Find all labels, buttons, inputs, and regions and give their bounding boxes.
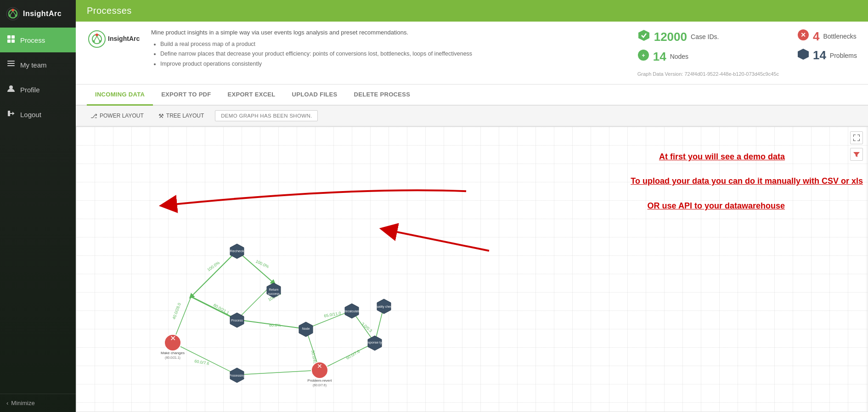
process-graph-svg: 100.0% 100.0% 40.0/28.0 60.0/21.1 100.0%… [99,228,421,412]
sidebar-item-myteam[interactable]: My team [0,52,76,77]
svg-rect-9 [7,40,11,43]
sidebar-item-logout-label: Logout [20,111,41,119]
svg-point-3 [15,15,17,17]
tab-upload-files[interactable]: UPLOAD FILES [284,85,346,106]
bottlenecks-number: 4 [813,29,819,44]
tree-layout-label: TREE LAYOUT [166,113,204,119]
svg-text:65.0/11.0: 65.0/11.0 [324,311,342,318]
case-ids-icon [637,29,650,45]
stats-right: ✕ 4 Bottlenecks 14 Problems [797,29,857,62]
svg-text:✕: ✕ [170,334,176,342]
filter-button[interactable] [850,148,863,161]
bottlenecks-icon: ✕ [797,29,809,44]
sidebar-item-process-label: Process [20,36,45,44]
info-tagline: Mine product insights in a simple way vi… [151,29,628,36]
tree-layout-icon: ⚒ [158,113,164,119]
graph-toolbar: ⎇ POWER LAYOUT ⚒ TREE LAYOUT DEMO GRAPH … [76,106,868,126]
svg-rect-10 [11,40,15,43]
stats-left: 12000 Case IDs. + 14 Nodes Graph Data Ve… [637,29,779,77]
svg-text:Recalculate: Recalculate [344,310,361,313]
sidebar-item-profile-label: Profile [20,86,40,94]
bullet-1: Build a real process map of a product [160,40,628,49]
tree-layout-button[interactable]: ⚒ TREE LAYOUT [155,111,208,121]
svg-marker-24 [638,30,649,41]
power-layout-button[interactable]: ⎇ POWER LAYOUT [87,111,147,121]
case-ids-stat: 12000 Case IDs. [637,29,779,45]
logout-icon [6,109,16,119]
tab-export-pdf[interactable]: EXPORT TO PDF [153,85,219,106]
svg-rect-7 [7,35,11,39]
page-header: Processes [76,0,868,22]
logo-area: InsightArc [0,0,76,28]
svg-text:40.0/28.0: 40.0/28.0 [171,302,181,320]
graph-version: Graph Data Version: 724f4d01-9522-448e-b… [637,71,779,77]
stats-area: 12000 Case IDs. + 14 Nodes Graph Data Ve… [637,29,857,77]
svg-text:(60.0/21.1): (60.0/21.1) [165,356,180,360]
annotation-text-3: OR use API to your datawarehouse [648,201,785,211]
sidebar-item-logout[interactable]: Logout [0,102,76,127]
svg-text:✕: ✕ [800,31,806,39]
nodes-icon: + [637,49,649,64]
bottlenecks-stat: ✕ 4 Bottlenecks [797,29,857,44]
svg-text:Make changes: Make changes [161,351,185,355]
svg-line-30 [191,251,237,297]
tab-delete-process[interactable]: DELETE PROCESS [346,85,419,106]
svg-text:+: + [642,52,645,59]
nodes-number: 14 [653,50,666,64]
power-layout-icon: ⎇ [90,113,97,119]
annotation-text-2: To upload your data you can do it manual… [631,176,863,186]
annotation-text-1: At first you will see a demo data [659,152,785,162]
app-logo-text: InsightArc [23,10,62,18]
svg-marker-29 [798,49,809,60]
insightarc-logo-svg: InsightArc [87,29,142,50]
minimize-button[interactable]: ‹ Minimize [0,394,76,412]
profile-icon [6,85,16,95]
svg-rect-13 [7,65,15,66]
svg-text:Quality check: Quality check [374,305,394,309]
bottlenecks-label: Bottlenecks [823,33,856,40]
chevron-left-icon: ‹ [6,400,8,406]
info-description: Mine product insights in a simple way vi… [151,29,628,69]
sidebar-item-process[interactable]: Process [0,28,76,52]
tab-incoming-data[interactable]: INCOMING DATA [87,85,153,106]
svg-text:InsightArc: InsightArc [108,35,140,42]
graph-canvas: 100.0% 100.0% 40.0/28.0 60.0/21.1 100.0%… [76,126,868,412]
svg-point-14 [9,85,13,89]
svg-text:Node: Node [302,327,310,330]
bullet-3: Improve product operations consistently [160,59,628,69]
svg-rect-11 [7,61,15,62]
process-icon [6,35,16,45]
problems-number: 14 [813,48,826,62]
svg-text:Return: Return [269,288,278,291]
svg-rect-8 [11,35,15,39]
graph-controls [850,131,863,161]
sidebar-item-profile[interactable]: Profile [0,77,76,102]
svg-text:Processing: Processing [229,374,245,378]
svg-line-41 [173,343,237,375]
svg-text:80.0%: 80.0% [269,323,281,327]
svg-point-16 [89,31,105,47]
fullscreen-button[interactable] [850,131,863,144]
problems-label: Problems [830,52,857,59]
svg-text:Process: Process [231,319,243,322]
problems-icon [797,48,809,62]
demo-badge: DEMO GRAPH HAS BEEN SHOWN. [215,110,318,121]
svg-point-4 [9,15,11,17]
case-ids-label: Case IDs. [691,33,719,40]
info-bullets-list: Build a real process map of a product De… [151,40,628,69]
tab-export-excel[interactable]: EXPORT EXCEL [220,85,284,106]
sidebar-navigation: Process My team Profile Logout [0,28,76,394]
svg-text:100.0%: 100.0% [255,259,270,269]
info-section: InsightArc Mine product insights in a si… [76,22,868,85]
nodes-stat: + 14 Nodes [637,49,779,64]
svg-point-20 [93,40,95,43]
svg-text:success: success [268,292,280,295]
power-layout-label: POWER LAYOUT [100,113,144,119]
case-ids-number: 12000 [654,30,687,44]
bullet-2: Define narrow places that decrease your … [160,49,628,59]
svg-line-42 [237,370,320,375]
svg-text:Recheck: Recheck [230,249,244,253]
svg-text:60.0/7.6: 60.0/7.6 [345,349,361,361]
content-body: INCOMING DATA EXPORT TO PDF EXPORT EXCEL… [76,85,868,412]
svg-text:Response type: Response type [364,341,386,344]
